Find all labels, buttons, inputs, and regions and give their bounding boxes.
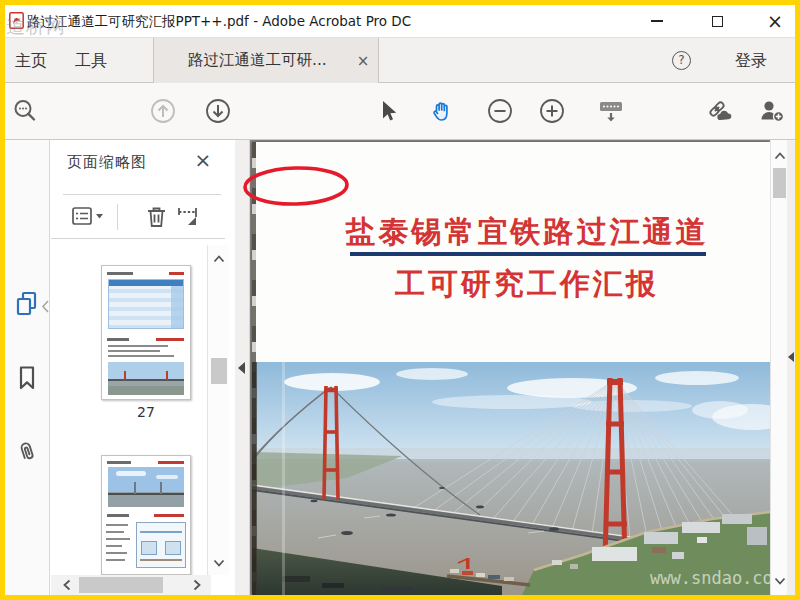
crop-pages-button[interactable] xyxy=(175,203,203,231)
maximize-button[interactable] xyxy=(695,5,739,37)
delete-pages-button[interactable] xyxy=(143,203,171,231)
panel-close-button[interactable]: × xyxy=(192,148,214,172)
maximize-icon xyxy=(712,16,723,27)
scroll-right-icon[interactable] xyxy=(189,577,205,593)
arrow-down-icon xyxy=(205,98,231,124)
scroll-up-icon[interactable] xyxy=(772,148,788,164)
expand-tools-pane-icon[interactable] xyxy=(788,352,794,362)
title-underline xyxy=(350,252,706,256)
page-thumbnails-icon xyxy=(13,290,41,318)
pdf-page: 盐泰锡常宜铁路过江通道 工可研究工作汇报 xyxy=(252,142,770,595)
paperclip-icon xyxy=(13,438,41,466)
tab-bar: 主页 工具 路过江通道工可研... × ? 登录 xyxy=(5,38,795,83)
bookmark-icon xyxy=(13,364,41,392)
document-tab[interactable]: 路过江通道工可研... × xyxy=(153,38,379,83)
document-canvas: 盐泰锡常宜铁路过江通道 工可研究工作汇报 xyxy=(250,140,770,595)
page-title-line2: 工可研究工作汇报 xyxy=(292,264,762,305)
tab-home[interactable]: 主页 xyxy=(15,38,47,83)
scroll-left-icon[interactable] xyxy=(59,577,75,593)
bookmarks-button[interactable] xyxy=(13,364,41,392)
photo-watermark: www.sndao.com xyxy=(650,568,770,588)
page-display-button[interactable] xyxy=(597,98,623,124)
hand-tool-button[interactable] xyxy=(429,98,455,124)
scrollbar-thumb[interactable] xyxy=(211,358,227,384)
thumbnail-options-button[interactable] xyxy=(71,203,99,231)
next-page-button[interactable] xyxy=(205,98,231,124)
acrobat-window: 道桥网 路过江通道工可研究汇报PPT++.pdf - Adobe Acrobat… xyxy=(0,0,800,600)
divider xyxy=(117,204,118,230)
sign-in-button[interactable]: 登录 xyxy=(735,38,767,83)
close-button[interactable]: × xyxy=(753,5,797,37)
minimize-icon xyxy=(651,20,663,22)
page-thumbnail[interactable] xyxy=(101,265,191,400)
page-thumbnail-label: 27 xyxy=(101,404,191,420)
scroll-up-icon[interactable] xyxy=(211,251,227,267)
scroll-down-icon[interactable] xyxy=(772,573,788,589)
document-tab-label: 路过江通道工可研... xyxy=(154,50,348,71)
window-title: 路过江通道工可研究汇报PPT++.pdf - Adobe Acrobat Pro… xyxy=(27,13,411,31)
panel-splitter[interactable] xyxy=(235,140,250,595)
page-display-icon xyxy=(597,98,625,124)
plus-circle-icon xyxy=(539,98,565,124)
cursor-icon xyxy=(375,98,401,124)
zoom-in-button[interactable] xyxy=(539,98,565,124)
tab-close-icon[interactable]: × xyxy=(348,52,378,70)
scroll-down-icon[interactable] xyxy=(211,555,227,571)
minimize-button[interactable] xyxy=(635,5,679,37)
search-icon xyxy=(12,98,38,124)
tab-tools[interactable]: 工具 xyxy=(75,38,107,83)
link-cloud-icon xyxy=(704,98,732,124)
panel-expanded-indicator-icon xyxy=(42,298,49,317)
panel-title: 页面缩略图 xyxy=(67,153,147,172)
crop-pages-icon xyxy=(175,203,203,231)
attachments-button[interactable] xyxy=(13,438,41,466)
help-button[interactable]: ? xyxy=(672,51,691,70)
arrow-up-icon xyxy=(150,98,176,124)
fill-sign-button[interactable] xyxy=(758,98,784,124)
page-thumbnail[interactable] xyxy=(101,455,191,575)
tools-pane-strip xyxy=(787,140,795,595)
document-vertical-scrollbar[interactable] xyxy=(770,140,787,595)
scrollbar-thumb[interactable] xyxy=(773,168,786,198)
options-list-icon xyxy=(71,203,105,231)
select-tool-button[interactable] xyxy=(375,98,401,124)
main-toolbar: / 82 xyxy=(5,83,795,140)
pdf-app-icon xyxy=(9,12,24,29)
panel-horizontal-scrollbar[interactable] xyxy=(51,575,211,595)
divider xyxy=(63,194,221,195)
panel-vertical-scrollbar[interactable] xyxy=(207,245,229,575)
title-bar[interactable]: 道桥网 路过江通道工可研究汇报PPT++.pdf - Adobe Acrobat… xyxy=(5,5,795,38)
page-title-line1: 盐泰锡常宜铁路过江通道 xyxy=(292,212,762,253)
minus-circle-icon xyxy=(487,98,513,124)
scrollbar-thumb[interactable] xyxy=(79,577,163,593)
previous-page-button[interactable] xyxy=(150,98,176,124)
page-thumbnails-button[interactable] xyxy=(13,290,41,318)
cover-photo: www.sndao.com xyxy=(252,362,770,595)
trash-icon xyxy=(143,203,171,231)
zoom-out-button[interactable] xyxy=(487,98,513,124)
sidebar-rail xyxy=(5,140,50,595)
scan-edge-artifact xyxy=(252,142,256,595)
share-link-button[interactable] xyxy=(704,98,730,124)
add-person-icon xyxy=(758,98,786,124)
page-thumbnails-panel: 页面缩略图 × xyxy=(51,140,235,595)
divider xyxy=(51,238,225,239)
hand-icon xyxy=(429,98,455,124)
find-button[interactable] xyxy=(12,98,38,124)
collapse-panel-icon[interactable] xyxy=(238,362,245,374)
